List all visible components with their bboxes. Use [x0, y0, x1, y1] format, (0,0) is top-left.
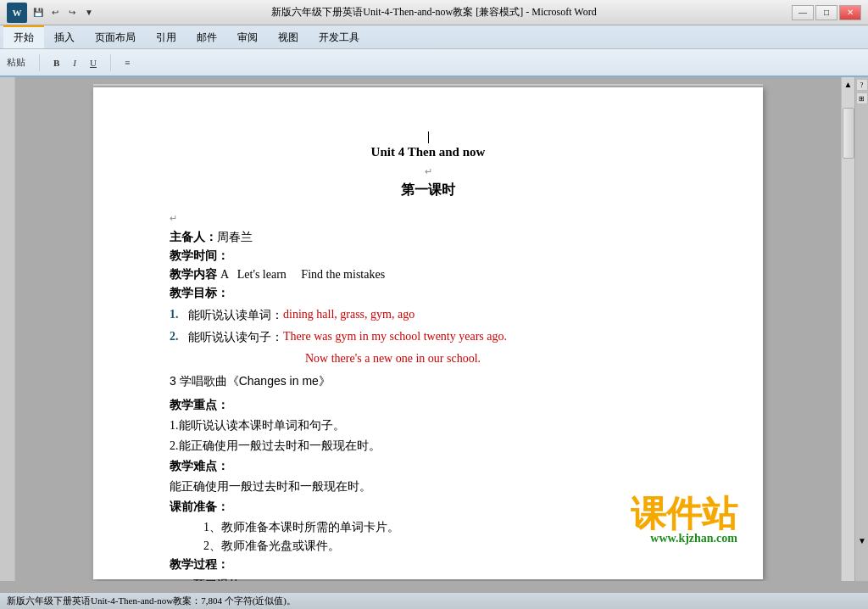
list-item-1: 1. 能听说认读单词： dining hall, grass, gym, ago	[170, 308, 687, 323]
prep1: 1、教师准备本课时所需的单词卡片。	[170, 520, 687, 535]
song-text: 学唱歌曲《Changes in me》	[180, 374, 331, 388]
tab-view[interactable]: 视图	[268, 25, 309, 48]
main-area: Unit 4 Then and now ↵ 第一课时 ↵ 主备人：周春兰 教学时…	[0, 77, 868, 581]
document-subtitle: 第一课时	[170, 182, 687, 199]
process1: 一、预习温故。	[170, 578, 687, 581]
author-label: 主备人：	[170, 230, 217, 243]
ribbon-item-underline[interactable]: U	[90, 58, 97, 68]
item2-num: 2.	[170, 330, 185, 344]
ribbon-item-bold[interactable]: B	[53, 58, 59, 68]
item1-content: dining hall, grass, gym, ago	[283, 308, 415, 321]
content-label: 教学内容	[170, 267, 217, 281]
document-page[interactable]: Unit 4 Then and now ↵ 第一课时 ↵ 主备人：周春兰 教学时…	[93, 87, 763, 579]
save-button[interactable]: 💾	[31, 6, 46, 20]
goal-field: 教学目标：	[170, 286, 687, 301]
tab-developer[interactable]: 开发工具	[309, 25, 370, 48]
goal-label: 教学目标：	[170, 286, 229, 299]
customize-button[interactable]: ▼	[81, 6, 97, 20]
window-title: 新版六年级下册英语Unit-4-Then-and-now教案 [兼容模式] - …	[271, 5, 596, 20]
sentence-line2: Now there's a new one in our school.	[170, 352, 687, 366]
ribbon-separator2	[110, 54, 111, 71]
find-mistakes-text: Find the mistakes	[301, 268, 385, 281]
difficult1: 能正确使用一般过去时和一般现在时。	[170, 479, 687, 494]
ribbon-tabs: 开始 插入 页面布局 引用 邮件 审阅 视图 开发工具	[0, 25, 868, 48]
redo-button[interactable]: ↪	[64, 6, 80, 20]
ribbon-item[interactable]: 粘贴	[7, 56, 25, 69]
tab-insert[interactable]: 插入	[44, 25, 85, 48]
list-item-2: 2. 能听说认读句子： There was gym in my school t…	[170, 330, 687, 345]
window-controls: — □ ✕	[792, 5, 861, 20]
tab-references[interactable]: 引用	[146, 25, 186, 48]
scroll-thumb[interactable]	[843, 108, 854, 159]
key2: 2.能正确使用一般过去时和一般现在时。	[170, 439, 687, 454]
song-line: 3 学唱歌曲《Changes in me》	[170, 374, 687, 389]
ruler-horizontal	[93, 84, 763, 86]
tab-mailings[interactable]: 邮件	[186, 25, 227, 48]
time-field: 教学时间：	[170, 249, 687, 264]
song-num: 3	[170, 374, 180, 388]
panel-icon2[interactable]: ⊞	[856, 92, 868, 104]
maximize-button[interactable]: □	[815, 5, 837, 20]
scrollbar-vertical[interactable]: ▲ ▼	[841, 77, 854, 581]
document-title: Unit 4 Then and now	[170, 145, 687, 159]
ribbon-content: 粘贴 B I U ≡	[0, 48, 868, 75]
word-icon: W	[7, 3, 27, 23]
cursor-top	[170, 130, 687, 143]
item2-content: There was gym in my school twenty years …	[283, 330, 507, 344]
item1-num: 1.	[170, 308, 185, 321]
item1-label: 能听说认读单词：	[188, 308, 283, 323]
tab-page-layout[interactable]: 页面布局	[85, 25, 146, 48]
process-label: 教学过程：	[170, 557, 687, 573]
content-field: 教学内容 A Let's learn dining hall, grass, g…	[170, 267, 687, 282]
ribbon: 开始 插入 页面布局 引用 邮件 审阅 视图 开发工具 粘贴 B I U ≡	[0, 25, 868, 77]
prep2: 2、教师准备光盘或课件。	[170, 539, 687, 554]
enter-mark2: ↵	[170, 211, 687, 225]
panel-icon1[interactable]: ?	[856, 79, 868, 91]
time-label: 教学时间：	[170, 249, 229, 262]
quick-access-toolbar: 💾 ↩ ↪ ▼	[31, 6, 97, 20]
scroll-up-button[interactable]: ▲	[843, 77, 854, 91]
status-bar: 新版六年级下册英语Unit-4-Then-and-now教案：7,804 个字符…	[0, 592, 868, 609]
prep-label: 课前准备：	[170, 500, 687, 515]
content-value: A Let's learn	[220, 268, 301, 281]
right-panel: ? ⊞	[854, 77, 868, 581]
key-points-label: 教学重点：	[170, 398, 687, 413]
document-container: Unit 4 Then and now ↵ 第一课时 ↵ 主备人：周春兰 教学时…	[15, 77, 841, 581]
enter-mark1: ↵	[170, 165, 687, 178]
ribbon-item-italic[interactable]: I	[73, 58, 76, 68]
title-bar: W 💾 ↩ ↪ ▼ 新版六年级下册英语Unit-4-Then-and-now教案…	[0, 0, 868, 25]
close-button[interactable]: ✕	[839, 5, 861, 20]
item2-label: 能听说认读句子：	[188, 330, 283, 345]
title-bar-left: W 💾 ↩ ↪ ▼	[7, 3, 97, 23]
key1: 1.能听说认读本课时单词和句子。	[170, 418, 687, 433]
author-value: 周春兰	[217, 231, 253, 243]
ribbon-separator	[39, 54, 40, 71]
tab-home[interactable]: 开始	[3, 25, 44, 48]
scroll-down-button[interactable]: ▼	[856, 534, 868, 547]
ribbon-item-align[interactable]: ≡	[125, 58, 130, 68]
minimize-button[interactable]: —	[792, 5, 814, 20]
ruler-vertical	[0, 77, 15, 581]
undo-button[interactable]: ↩	[47, 6, 63, 20]
author-field: 主备人：周春兰	[170, 230, 687, 245]
difficult-label: 教学难点：	[170, 459, 687, 474]
tab-review[interactable]: 审阅	[227, 25, 268, 48]
status-text: 新版六年级下册英语Unit-4-Then-and-now教案：7,804 个字符…	[7, 595, 296, 607]
